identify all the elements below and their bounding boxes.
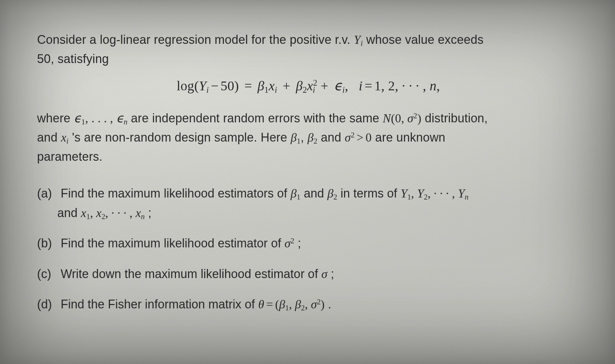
part-a-label: (a) bbox=[37, 184, 57, 203]
where-paragraph: where ϵ1, . . . , ϵn are independent ran… bbox=[37, 109, 580, 166]
where-d: and bbox=[37, 130, 61, 144]
part-c-text-1: Write down the maximum likelihood estima… bbox=[61, 267, 321, 281]
part-a-text-1: Find the maximum likelihood estimators o… bbox=[61, 186, 290, 200]
sym-theta: θ=(β1, β2, σ2) bbox=[258, 298, 325, 311]
sym-Y-i: Yi bbox=[354, 33, 363, 47]
problem-content: Consider a log-linear regression model f… bbox=[37, 30, 580, 325]
page-surface: Consider a log-linear regression model f… bbox=[0, 0, 615, 364]
part-b: (b) Find the maximum likelihood estimato… bbox=[37, 234, 580, 253]
part-a-text-3: in terms of bbox=[341, 186, 401, 200]
model-equation: log(Yi−50) = β1xi + β2x2i + ϵi, i=1, 2, … bbox=[37, 78, 580, 95]
sym-sigma-c: σ bbox=[321, 267, 328, 281]
intro-text-3: 50, satisfying bbox=[37, 52, 109, 66]
part-d-text-1: Find the Fisher information matrix of bbox=[61, 297, 258, 311]
part-d: (d) Find the Fisher information matrix o… bbox=[37, 295, 580, 314]
where-a: where bbox=[37, 111, 74, 125]
where-f: and bbox=[321, 130, 345, 144]
where-h: parameters. bbox=[37, 150, 102, 163]
sym-sigma-sq-b: σ2 bbox=[284, 237, 294, 250]
part-a: (a) Find the maximum likelihood estimato… bbox=[37, 184, 580, 223]
sym-Y-list: Y1, Y2, · · · , Yn bbox=[401, 187, 469, 200]
part-b-text-2: ; bbox=[298, 236, 301, 250]
part-b-label: (b) bbox=[37, 234, 57, 253]
sym-beta1-a: β1 bbox=[290, 187, 300, 200]
sym-beta2: β2 bbox=[307, 131, 317, 144]
sym-xi: xi bbox=[61, 131, 69, 144]
part-c-text-2: ; bbox=[331, 267, 334, 281]
part-d-text-2: . bbox=[328, 297, 331, 311]
where-g: are unknown bbox=[375, 130, 445, 144]
part-c-label: (c) bbox=[37, 264, 57, 284]
intro-text-2: whose value exceeds bbox=[366, 33, 484, 47]
sym-beta1: β1 bbox=[290, 131, 301, 144]
part-a-text-2: and bbox=[304, 186, 327, 200]
where-b: are independent random errors with the s… bbox=[131, 111, 383, 125]
intro-text-1: Consider a log-linear regression model f… bbox=[37, 33, 354, 47]
where-c: distribution, bbox=[425, 111, 488, 125]
part-b-text-1: Find the maximum likelihood estimator of bbox=[61, 236, 284, 250]
sym-sigma-sq-pos: σ2>0 bbox=[345, 131, 372, 144]
sym-beta2-a: β2 bbox=[327, 187, 337, 200]
sym-normal: N(0, σ2) bbox=[383, 112, 422, 125]
question-parts: (a) Find the maximum likelihood estimato… bbox=[37, 184, 580, 314]
where-e: 's are non-random design sample. Here bbox=[72, 130, 291, 144]
part-d-label: (d) bbox=[37, 295, 57, 314]
part-a-text-4: and bbox=[57, 206, 81, 220]
sym-x-list: x1, x2, · · · , xn bbox=[81, 206, 145, 220]
eq-index-range: i=1, 2, · · · , n, bbox=[359, 78, 440, 93]
sym-eps-list: ϵ1, . . . , ϵn bbox=[74, 112, 127, 125]
eq-log: log bbox=[177, 78, 194, 93]
part-c: (c) Write down the maximum likelihood es… bbox=[37, 264, 580, 284]
intro-paragraph: Consider a log-linear regression model f… bbox=[37, 30, 580, 68]
part-a-text-5: ; bbox=[148, 206, 152, 220]
